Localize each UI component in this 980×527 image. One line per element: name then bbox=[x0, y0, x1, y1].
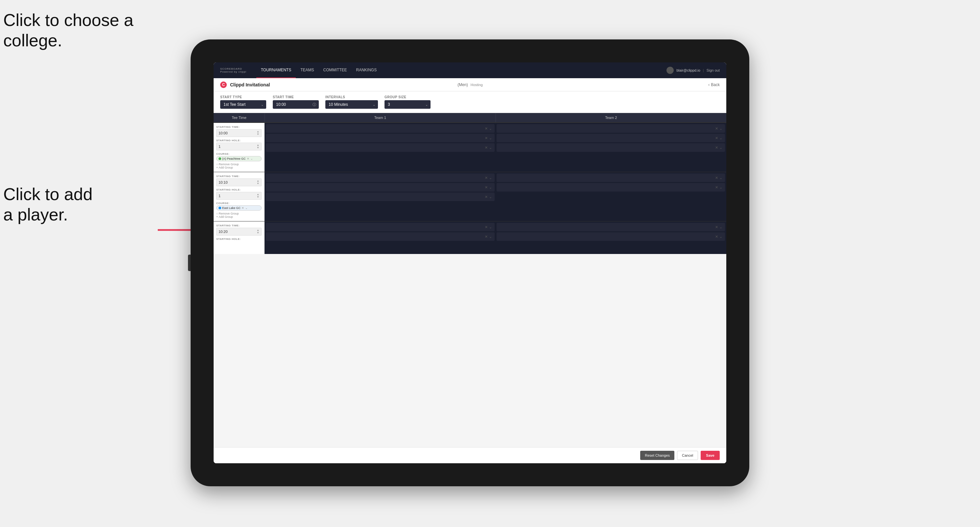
slot-1-right: ✕ ⌄ ✕ ⌄ ✕ ⌄ bbox=[264, 123, 726, 172]
slot-2: STARTING TIME: 10:10 ▲▼ STARTING HOLE: 1… bbox=[214, 172, 726, 221]
add-group-2[interactable]: + Add Group bbox=[216, 215, 262, 219]
remove-group-2[interactable]: ○ Remove Group bbox=[216, 212, 262, 215]
player-chevron-icon[interactable]: ⌄ bbox=[489, 127, 492, 131]
slot-3-team2: ✕ ⌄ ✕ ⌄ bbox=[496, 223, 725, 252]
player-close-icon[interactable]: ✕ bbox=[485, 127, 488, 131]
start-time-input[interactable] bbox=[273, 100, 319, 109]
player-close-icon[interactable]: ✕ bbox=[715, 235, 718, 239]
course-dot-1 bbox=[218, 157, 221, 160]
course-name-1: (A) Peachtree GC bbox=[222, 157, 246, 160]
player-chevron-icon[interactable]: ⌄ bbox=[719, 235, 722, 239]
cancel-button[interactable]: Cancel bbox=[677, 451, 698, 460]
starting-hole-input-1[interactable]: 1 ▲▼ bbox=[216, 143, 262, 151]
slot-2-team1: ✕ ⌄ ✕ ⌄ ✕ ⌄ bbox=[266, 173, 495, 220]
nav-item-committee[interactable]: COMMITTEE bbox=[319, 62, 352, 78]
course-badge-1[interactable]: (A) Peachtree GC ✕ ⌄ bbox=[216, 156, 262, 161]
player-chevron-icon[interactable]: ⌄ bbox=[489, 136, 492, 140]
group-size-select[interactable]: 3 bbox=[385, 100, 431, 109]
player-close-icon[interactable]: ✕ bbox=[715, 127, 718, 131]
starting-hole-input-2[interactable]: 1 ▲▼ bbox=[216, 192, 262, 200]
sub-header: C Clippd Invitational (Men) Hosting ‹ Ba… bbox=[214, 78, 726, 91]
player-chevron-icon[interactable]: ⌄ bbox=[719, 176, 722, 180]
course-badge-2[interactable]: East Lake GC ✕ ⌄ bbox=[216, 205, 262, 211]
intervals-label: Intervals bbox=[325, 95, 378, 99]
player-chevron-icon[interactable]: ⌄ bbox=[489, 195, 492, 199]
back-label: Back bbox=[711, 83, 720, 87]
starting-time-input-1[interactable]: 10:00 ▲▼ bbox=[216, 129, 262, 137]
player-close-icon[interactable]: ✕ bbox=[715, 176, 718, 180]
add-group-label-1: Add Group bbox=[218, 166, 233, 169]
player-close-icon[interactable]: ✕ bbox=[485, 136, 488, 140]
start-time-label: Start Time bbox=[273, 95, 319, 99]
player-row: ✕ ⌄ bbox=[266, 223, 495, 231]
nav-logo-text: SCOREBOARD bbox=[220, 67, 247, 70]
annotation-top-line1: Click to choose a bbox=[3, 11, 134, 30]
player-close-icon[interactable]: ✕ bbox=[485, 176, 488, 180]
reset-button[interactable]: Reset Changes bbox=[640, 451, 675, 460]
save-button[interactable]: Save bbox=[701, 451, 720, 460]
slot-2-left: STARTING TIME: 10:10 ▲▼ STARTING HOLE: 1… bbox=[214, 172, 264, 221]
annotation-top-line2: college. bbox=[3, 31, 62, 50]
course-remove-x-1[interactable]: ✕ bbox=[247, 157, 250, 160]
add-group-label-2: Add Group bbox=[218, 215, 233, 219]
avatar bbox=[667, 67, 674, 74]
slot-2-team2: ✕ ⌄ ✕ ⌄ bbox=[496, 173, 725, 220]
player-chevron-icon[interactable]: ⌄ bbox=[719, 136, 722, 140]
back-button[interactable]: ‹ Back bbox=[708, 83, 720, 87]
player-row: ✕ ⌄ bbox=[266, 143, 495, 152]
slots-container: STARTING TIME: 10:00 ▲▼ STARTING HOLE: 1… bbox=[214, 122, 726, 447]
player-row: ✕ ⌄ bbox=[266, 192, 495, 201]
group-size-group: Group Size 3 bbox=[385, 95, 431, 109]
player-close-icon[interactable]: ✕ bbox=[485, 195, 488, 199]
player-chevron-icon[interactable]: ⌄ bbox=[719, 185, 722, 190]
nav-item-tournaments[interactable]: TOURNAMENTS bbox=[256, 62, 296, 78]
nav-item-teams[interactable]: TEAMS bbox=[296, 62, 318, 78]
starting-time-label-2: STARTING TIME: bbox=[216, 175, 262, 178]
sign-out-link[interactable]: Sign out bbox=[706, 68, 720, 72]
player-close-icon[interactable]: ✕ bbox=[715, 146, 718, 150]
slot-1: STARTING TIME: 10:00 ▲▼ STARTING HOLE: 1… bbox=[214, 122, 726, 172]
player-chevron-icon[interactable]: ⌄ bbox=[489, 235, 492, 239]
add-group-1[interactable]: + Add Group bbox=[216, 166, 262, 169]
nav-items: TOURNAMENTS TEAMS COMMITTEE RANKINGS bbox=[256, 62, 667, 78]
course-name-2: East Lake GC bbox=[222, 206, 240, 210]
starting-hole-label-1: STARTING HOLE: bbox=[216, 139, 262, 142]
team-divider-2 bbox=[495, 173, 496, 220]
player-row: ✕ ⌄ bbox=[496, 183, 725, 192]
player-close-icon[interactable]: ✕ bbox=[485, 235, 488, 239]
slot-3-left: STARTING TIME: 10:20 ▲▼ STARTING HOLE: bbox=[214, 221, 264, 254]
player-close-icon[interactable]: ✕ bbox=[485, 146, 488, 150]
start-type-select-wrap: 1st Tee Start bbox=[220, 100, 266, 109]
player-close-icon[interactable]: ✕ bbox=[485, 185, 488, 190]
player-chevron-icon[interactable]: ⌄ bbox=[719, 225, 722, 229]
group-size-label: Group Size bbox=[385, 95, 431, 99]
player-close-icon[interactable]: ✕ bbox=[485, 225, 488, 229]
tablet-side-button bbox=[188, 255, 191, 271]
starting-time-input-3[interactable]: 10:20 ▲▼ bbox=[216, 228, 262, 236]
player-row: ✕ ⌄ bbox=[266, 183, 495, 192]
player-chevron-icon[interactable]: ⌄ bbox=[719, 127, 722, 131]
starting-time-input-2[interactable]: 10:10 ▲▼ bbox=[216, 178, 262, 186]
remove-group-1[interactable]: ○ Remove Group bbox=[216, 163, 262, 166]
player-chevron-icon[interactable]: ⌄ bbox=[719, 146, 722, 150]
player-row: ✕ ⌄ bbox=[266, 134, 495, 142]
nav-item-rankings[interactable]: RANKINGS bbox=[352, 62, 382, 78]
brand-logo: C bbox=[220, 81, 227, 88]
course-remove-x-2[interactable]: ✕ bbox=[242, 206, 244, 210]
player-close-icon[interactable]: ✕ bbox=[715, 185, 718, 190]
player-close-icon[interactable]: ✕ bbox=[715, 225, 718, 229]
player-chevron-icon[interactable]: ⌄ bbox=[489, 185, 492, 190]
player-chevron-icon[interactable]: ⌄ bbox=[489, 146, 492, 150]
tablet-screen: SCOREBOARD Powered by clippi TOURNAMENTS… bbox=[214, 62, 726, 463]
team1-col-header: Team 1 bbox=[264, 113, 496, 122]
start-type-group: Start Type 1st Tee Start bbox=[220, 95, 266, 109]
start-type-select[interactable]: 1st Tee Start bbox=[220, 100, 266, 109]
player-close-icon[interactable]: ✕ bbox=[715, 136, 718, 140]
intervals-select[interactable]: 10 Minutes bbox=[325, 100, 378, 109]
player-row: ✕ ⌄ bbox=[496, 134, 725, 142]
player-chevron-icon[interactable]: ⌄ bbox=[489, 225, 492, 229]
annotation-top: Click to choose a college. bbox=[3, 10, 134, 51]
slot-1-team1: ✕ ⌄ ✕ ⌄ ✕ ⌄ bbox=[266, 124, 495, 170]
player-chevron-icon[interactable]: ⌄ bbox=[489, 176, 492, 180]
slot-3: STARTING TIME: 10:20 ▲▼ STARTING HOLE: ✕… bbox=[214, 221, 726, 254]
